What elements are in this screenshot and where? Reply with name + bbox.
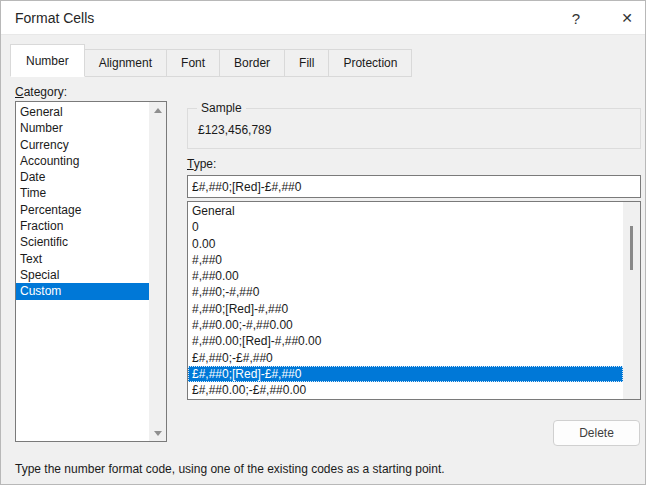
tab-strip: Number Alignment Font Border Fill Protec… — [10, 44, 412, 77]
category-item-text[interactable]: Text — [16, 251, 149, 267]
type-option[interactable]: #,##0;-#,##0 — [188, 284, 623, 300]
type-option[interactable]: 0.00 — [188, 236, 623, 252]
close-icon[interactable]: ✕ — [609, 1, 645, 35]
help-icon[interactable]: ? — [558, 1, 594, 35]
category-scrollbar[interactable] — [149, 102, 166, 441]
type-list-scrollbar[interactable] — [623, 202, 640, 399]
titlebar: Format Cells ? ✕ — [1, 1, 645, 35]
category-item-special[interactable]: Special — [16, 267, 149, 283]
type-option[interactable]: £#,##0;-£#,##0 — [188, 350, 623, 366]
scrollbar-down-icon[interactable] — [149, 425, 166, 441]
tab-border[interactable]: Border — [219, 49, 285, 77]
category-item-accounting[interactable]: Accounting — [16, 153, 149, 169]
category-item-custom[interactable]: Custom — [16, 283, 149, 299]
type-option[interactable]: #,##0.00 — [188, 268, 623, 284]
tab-fill[interactable]: Fill — [284, 49, 329, 77]
type-option[interactable]: 0 — [188, 219, 623, 235]
category-item-percentage[interactable]: Percentage — [16, 202, 149, 218]
type-option[interactable]: #,##0.00;-#,##0.00 — [188, 317, 623, 333]
sample-groupbox: Sample £123,456,789 — [187, 108, 641, 149]
window-title: Format Cells — [15, 1, 94, 35]
type-option[interactable]: #,##0 — [188, 252, 623, 268]
tab-protection[interactable]: Protection — [328, 49, 412, 77]
type-label: Type: — [187, 157, 216, 171]
sample-label: Sample — [197, 101, 246, 115]
type-options: General 0 0.00 #,##0 #,##0.00 #,##0;-#,#… — [188, 203, 623, 399]
tab-font[interactable]: Font — [166, 49, 220, 77]
type-option[interactable]: General — [188, 203, 623, 219]
category-label: Category: — [15, 85, 67, 99]
type-listbox: General 0 0.00 #,##0 #,##0.00 #,##0;-#,#… — [187, 201, 641, 400]
category-item-general[interactable]: General — [16, 104, 149, 120]
scrollbar-up-icon[interactable] — [149, 102, 166, 118]
tab-alignment[interactable]: Alignment — [84, 49, 167, 77]
category-items: General Number Currency Accounting Date … — [16, 104, 149, 300]
category-item-time[interactable]: Time — [16, 185, 149, 201]
category-item-currency[interactable]: Currency — [16, 137, 149, 153]
category-item-date[interactable]: Date — [16, 169, 149, 185]
category-item-number[interactable]: Number — [16, 120, 149, 136]
sample-value: £123,456,789 — [198, 123, 271, 137]
scrollbar-thumb[interactable] — [630, 226, 633, 270]
category-listbox: General Number Currency Accounting Date … — [15, 101, 167, 442]
type-option[interactable]: #,##0;[Red]-#,##0 — [188, 301, 623, 317]
delete-button[interactable]: Delete — [553, 420, 640, 446]
triangle-down-icon — [154, 431, 162, 436]
category-item-scientific[interactable]: Scientific — [16, 234, 149, 250]
type-input[interactable] — [187, 175, 641, 198]
type-option-selected[interactable]: £#,##0;[Red]-£#,##0 — [188, 366, 623, 382]
type-option[interactable]: £#,##0.00;-£#,##0.00 — [188, 382, 623, 398]
footer-help-text: Type the number format code, using one o… — [15, 462, 639, 476]
tab-number[interactable]: Number — [10, 44, 85, 77]
format-cells-dialog: Format Cells ? ✕ Number Alignment Font B… — [0, 0, 646, 485]
category-item-fraction[interactable]: Fraction — [16, 218, 149, 234]
triangle-up-icon — [154, 108, 162, 113]
type-option[interactable]: #,##0.00;[Red]-#,##0.00 — [188, 333, 623, 349]
